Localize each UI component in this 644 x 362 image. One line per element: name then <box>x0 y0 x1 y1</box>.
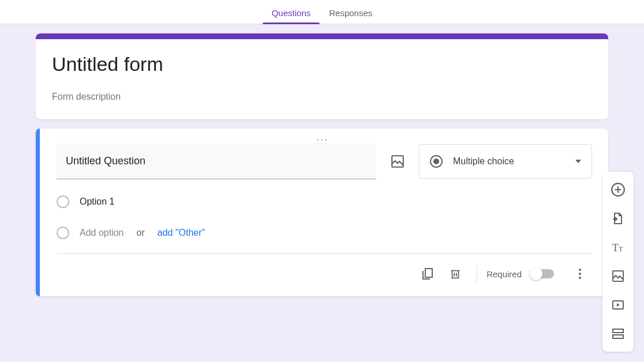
radio-icon <box>430 155 443 168</box>
question-type-label: Multiple choice <box>453 156 565 167</box>
add-question-icon[interactable] <box>602 175 634 204</box>
add-section-icon[interactable] <box>602 319 634 348</box>
active-card-accent <box>36 129 40 296</box>
svg-rect-1 <box>425 269 432 277</box>
question-footer: Required <box>57 253 592 296</box>
add-option-button[interactable]: Add option <box>80 228 124 238</box>
side-toolbar: TT <box>602 172 634 352</box>
form-title[interactable]: Untitled form <box>52 53 592 76</box>
svg-rect-8 <box>613 335 623 338</box>
option-radio-icon <box>57 195 69 208</box>
required-label: Required <box>486 269 522 279</box>
add-other-button[interactable]: add "Other" <box>158 228 205 238</box>
form-header-card[interactable]: Untitled form Form description <box>36 33 608 119</box>
tab-questions[interactable]: Questions <box>263 2 320 24</box>
required-toggle[interactable] <box>531 269 554 278</box>
add-title-icon[interactable]: TT <box>602 233 634 262</box>
option-label[interactable]: Option 1 <box>80 197 114 207</box>
option-row[interactable]: Option 1 <box>57 195 592 208</box>
duplicate-icon[interactable] <box>415 262 440 286</box>
svg-text:T: T <box>619 245 623 253</box>
canvas: Untitled form Form description Multiple … <box>0 24 644 296</box>
tab-responses[interactable]: Responses <box>320 2 381 24</box>
add-image-icon[interactable] <box>390 154 405 169</box>
question-type-select[interactable]: Multiple choice <box>419 144 592 179</box>
delete-icon[interactable] <box>443 262 467 286</box>
svg-text:T: T <box>612 242 619 254</box>
import-questions-icon[interactable] <box>602 204 634 233</box>
svg-rect-7 <box>613 329 623 333</box>
header-accent <box>36 33 608 39</box>
chevron-down-icon <box>575 160 581 163</box>
divider <box>477 265 477 283</box>
option-radio-icon <box>57 227 69 239</box>
add-video-icon[interactable] <box>602 291 634 319</box>
or-text: or <box>137 228 145 238</box>
tabs-bar: Questions Responses <box>0 0 644 24</box>
form-description[interactable]: Form description <box>52 92 592 102</box>
drag-handle-icon[interactable] <box>36 129 608 144</box>
question-title-input[interactable] <box>57 144 376 179</box>
question-card[interactable]: Multiple choice Option 1 Add option or a… <box>36 129 608 296</box>
more-options-icon[interactable] <box>568 262 592 286</box>
add-image-icon[interactable] <box>602 262 634 291</box>
add-option-row: Add option or add "Other" <box>57 227 592 239</box>
